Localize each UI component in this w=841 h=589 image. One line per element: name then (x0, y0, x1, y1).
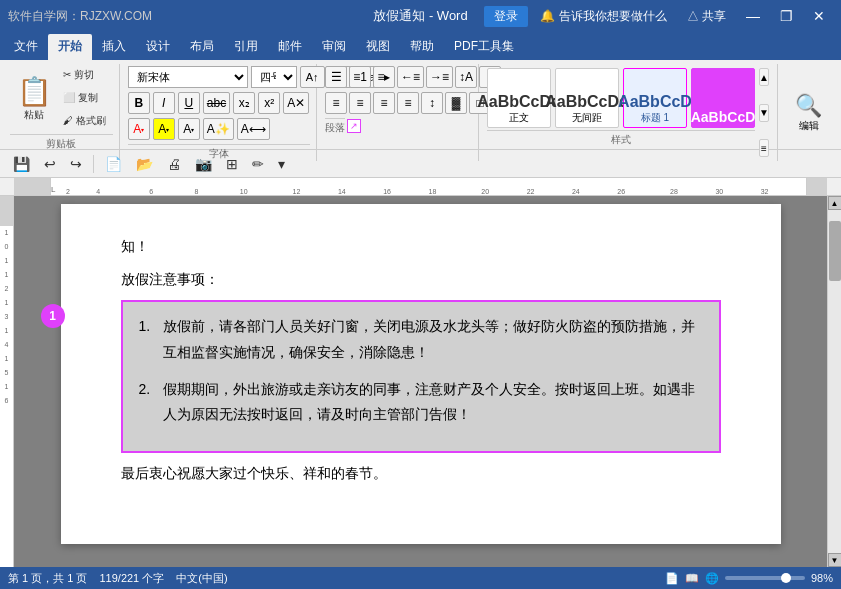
minimize-button[interactable]: — (738, 0, 768, 32)
align-center-button[interactable]: ≡ (349, 92, 371, 114)
ruler-content[interactable]: L 2 4 6 8 10 12 14 16 18 20 22 24 26 28 … (50, 178, 807, 196)
tab-mailings[interactable]: 邮件 (268, 34, 312, 60)
strikethrough-button[interactable]: abc (203, 92, 230, 114)
align-row: ≡ ≡ ≡ ≡ ↕ ▓ □ (325, 92, 501, 114)
search-button[interactable]: 🔍 编辑 (786, 88, 831, 138)
paste-button[interactable]: 📋 粘贴 (12, 66, 56, 130)
style-no-spacing[interactable]: AaBbCcDd 无间距 (555, 68, 619, 128)
tab-insert[interactable]: 插入 (92, 34, 136, 60)
status-bar: 第 1 页，共 1 页 119/221 个字 中文(中国) 📄 📖 🌐 98% (0, 567, 841, 589)
style-normal[interactable]: AaBbCcDd 正文 (487, 68, 551, 128)
zoom-slider[interactable] (725, 576, 805, 580)
scroll-track[interactable] (828, 210, 842, 553)
tab-review[interactable]: 审阅 (312, 34, 356, 60)
tab-layout[interactable]: 布局 (180, 34, 224, 60)
scroll-thumb[interactable] (829, 221, 841, 281)
styles-up-button[interactable]: ▲ (759, 68, 769, 86)
paragraph-label: 段落 (325, 118, 345, 135)
vr-margin-top (0, 196, 14, 226)
login-button[interactable]: 登录 (484, 6, 528, 27)
zoom-thumb[interactable] (781, 573, 791, 583)
tab-home[interactable]: 开始 (48, 34, 92, 60)
restore-button[interactable]: ❐ (772, 0, 801, 32)
view-web-icon[interactable]: 🌐 (705, 572, 719, 585)
screenshot-button[interactable]: 📷 (190, 153, 217, 175)
section-title-text: 放假注意事项： (121, 271, 219, 287)
page-info: 第 1 页，共 1 页 (8, 571, 87, 586)
content-before: 知！ (121, 234, 721, 259)
document-scroll[interactable]: 1 知！ 放假注意事项： 1. 放假前，请各部门人员关好门窗，关闭电源及水龙头等… (14, 196, 827, 567)
justify-button[interactable]: ≡ (397, 92, 419, 114)
word-count: 119/221 个字 (99, 571, 164, 586)
callout-1-label: 1 (49, 309, 56, 323)
print-button[interactable]: 🖨 (162, 153, 186, 175)
close-button[interactable]: ✕ (805, 0, 833, 32)
numbered-list: 1. 放假前，请各部门人员关好门窗，关闭电源及水龙头等；做好防火防盗的预防措施，… (139, 314, 703, 427)
draw-button[interactable]: ✏ (247, 153, 269, 175)
clipboard-group: 📋 粘贴 ✂ 剪切 ⬜ 复制 🖌 格式刷 剪贴板 (4, 64, 120, 161)
align-left-button[interactable]: ≡ (325, 92, 347, 114)
style-heading1[interactable]: AaBbCcD 标题 1 (623, 68, 687, 128)
outdent-button[interactable]: ←≡ (397, 66, 424, 88)
align-right-button[interactable]: ≡ (373, 92, 395, 114)
font-color-button[interactable]: A▾ (128, 118, 150, 140)
shading-button[interactable]: ▓ (445, 92, 467, 114)
styles-down-button[interactable]: ▼ (759, 104, 769, 122)
scroll-up-button[interactable]: ▲ (828, 196, 842, 210)
copy-button[interactable]: ⬜ 复制 (58, 87, 111, 109)
subscript-button[interactable]: x₂ (233, 92, 255, 114)
tell-me-label[interactable]: 🔔 告诉我你想要做什么 (540, 8, 666, 25)
search-icon: 🔍 (795, 93, 822, 119)
font-group: 新宋体 四号 A↑ A↓ Aa B I U abc x₂ x² A✕ (122, 64, 317, 161)
more-qat-button[interactable]: ▾ (273, 153, 290, 175)
highlight-color-button[interactable]: A▾ (153, 118, 175, 140)
undo-button[interactable]: ↩ (39, 153, 61, 175)
share-label[interactable]: △ 共享 (687, 8, 726, 25)
view-reading-icon[interactable]: 📖 (685, 572, 699, 585)
scroll-down-button[interactable]: ▼ (828, 553, 842, 567)
style-normal-label: 正文 (509, 111, 529, 125)
numbered-list-button[interactable]: ≡1 (349, 66, 371, 88)
style-highlighted[interactable]: AaBbCcD (691, 68, 755, 128)
text-effect-button[interactable]: A✨ (203, 118, 234, 140)
highlighted-list-box: 1. 放假前，请各部门人员关好门窗，关闭电源及水龙头等；做好防火防盗的预防措施，… (121, 300, 721, 453)
tab-file[interactable]: 文件 (4, 34, 48, 60)
multilevel-list-button[interactable]: ≡▸ (373, 66, 395, 88)
sort-button[interactable]: ↕A (455, 66, 477, 88)
list-item-1: 1. 放假前，请各部门人员关好门窗，关闭电源及水龙头等；做好防火防盗的预防措施，… (139, 314, 703, 364)
tab-references[interactable]: 引用 (224, 34, 268, 60)
italic-button[interactable]: I (153, 92, 175, 114)
font-name-select[interactable]: 新宋体 (128, 66, 248, 88)
view-normal-icon[interactable]: 📄 (665, 572, 679, 585)
tab-design[interactable]: 设计 (136, 34, 180, 60)
font-color2-button[interactable]: A▾ (178, 118, 200, 140)
line-spacing-button[interactable]: ↕ (421, 92, 443, 114)
styles-expand-button[interactable]: ≡ (759, 139, 769, 157)
tab-pdf[interactable]: PDF工具集 (444, 34, 524, 60)
styles-group: AaBbCcDd 正文 AaBbCcDd 无间距 AaBbCcD 标题 1 Aa… (481, 64, 778, 161)
redo-button[interactable]: ↪ (65, 153, 87, 175)
indent-button[interactable]: →≡ (426, 66, 453, 88)
open-button[interactable]: 📂 (131, 153, 158, 175)
style-highlighted-sample: AaBbCcD (691, 109, 756, 125)
tab-view[interactable]: 视图 (356, 34, 400, 60)
status-left: 第 1 页，共 1 页 119/221 个字 中文(中国) (8, 571, 228, 586)
new-doc-button[interactable]: 📄 (100, 153, 127, 175)
character-spacing-button[interactable]: A⟷ (237, 118, 270, 140)
format-painter-button[interactable]: 🖌 格式刷 (58, 110, 111, 132)
bold-button[interactable]: B (128, 92, 150, 114)
clear-format-button[interactable]: A✕ (283, 92, 309, 114)
style-heading1-label: 标题 1 (641, 111, 669, 125)
save-button[interactable]: 💾 (8, 153, 35, 175)
tab-help[interactable]: 帮助 (400, 34, 444, 60)
cut-button[interactable]: ✂ 剪切 (58, 64, 111, 86)
font-size-select[interactable]: 四号 (251, 66, 297, 88)
zoom-level[interactable]: 98% (811, 572, 833, 584)
bullet-list-button[interactable]: ☰ (325, 66, 347, 88)
superscript-button[interactable]: x² (258, 92, 280, 114)
vertical-scrollbar[interactable]: ▲ ▼ (827, 196, 841, 567)
ruler: L 2 4 6 8 10 12 14 16 18 20 22 24 26 28 … (0, 178, 841, 196)
paragraph-dialog-launcher[interactable]: ↗ (347, 119, 361, 133)
table-button[interactable]: ⊞ (221, 153, 243, 175)
underline-button[interactable]: U (178, 92, 200, 114)
